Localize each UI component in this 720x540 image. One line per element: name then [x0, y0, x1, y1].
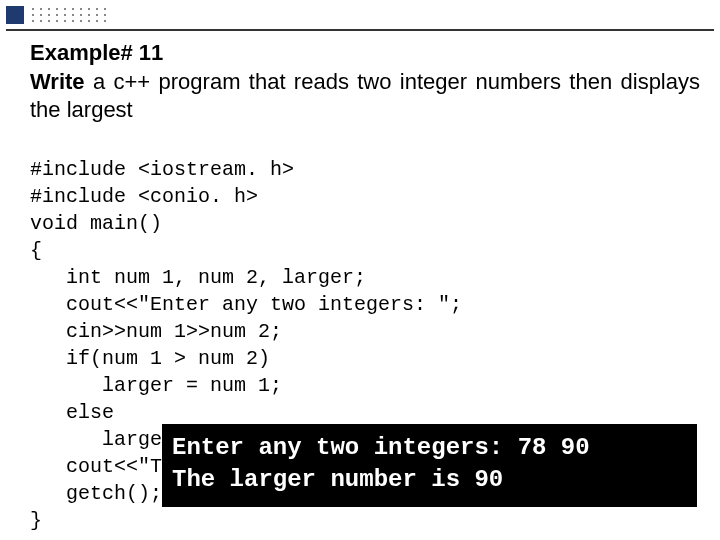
- console-output: Enter any two integers: 78 90 The larger…: [162, 424, 697, 507]
- task-rest: a c++ program that reads two integer num…: [30, 69, 700, 122]
- decor-square: [6, 6, 24, 24]
- output-line: The larger number is 90: [172, 466, 503, 493]
- code-line: #include <iostream. h>: [30, 158, 294, 181]
- code-line: cout<<"Enter any two integers: ";: [30, 293, 462, 316]
- code-line: void main(): [30, 212, 162, 235]
- code-line: {: [30, 239, 42, 262]
- example-title: Example# 11: [30, 40, 700, 66]
- task-write-word: Write: [30, 69, 85, 94]
- code-line: getch();: [30, 482, 162, 505]
- code-line: cin>>num 1>>num 2;: [30, 320, 282, 343]
- task-description: Write a c++ program that reads two integ…: [30, 68, 700, 123]
- code-line: larger = num 1;: [30, 374, 282, 397]
- code-line: int num 1, num 2, larger;: [30, 266, 366, 289]
- code-line: }: [30, 509, 42, 532]
- code-line: else: [30, 401, 114, 424]
- code-line: #include <conio. h>: [30, 185, 258, 208]
- decor-dots: [28, 6, 188, 24]
- decor-hline: [6, 29, 714, 31]
- output-line: Enter any two integers: 78 90: [172, 434, 590, 461]
- code-line: if(num 1 > num 2): [30, 347, 270, 370]
- slide: Example# 11 Write a c++ program that rea…: [0, 0, 720, 540]
